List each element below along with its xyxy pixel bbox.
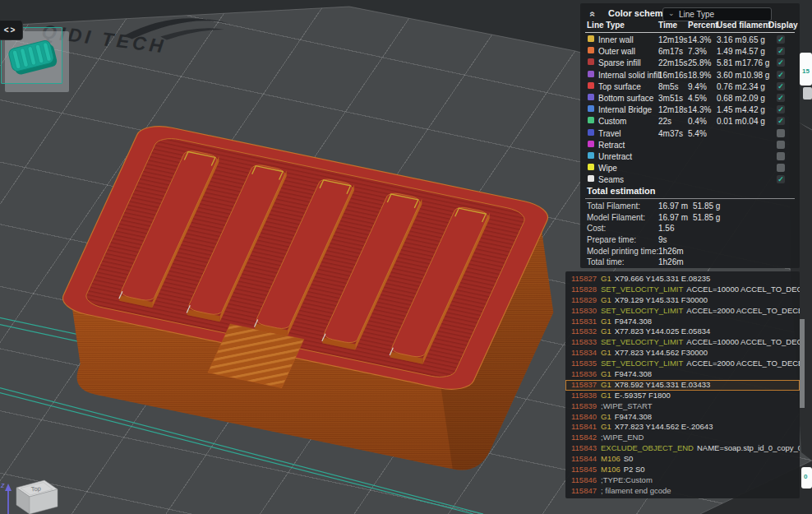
gcode-command: G1 [601, 422, 611, 431]
gcode-line[interactable]: 115839;WIPE_START [565, 401, 800, 412]
filament-weight: 10.98 g [742, 71, 769, 80]
filament-length: 3.16 m [717, 35, 742, 44]
line-type-label: Top surface [598, 82, 641, 91]
time-value: 8m5s [658, 82, 678, 91]
panel-collapse-icon[interactable]: « [587, 12, 598, 17]
legend-row: Bottom surface3m51s4.5%0.68 m2.09 g✓ [580, 93, 800, 104]
line-type-swatch [588, 35, 594, 42]
percent-value: 4.5% [688, 94, 707, 103]
estimation-value: 1h26m [658, 257, 684, 266]
soap-dish-model [44, 122, 553, 470]
gcode-line[interactable]: 115827G1X79.666 Y145.331 E.08235 [565, 274, 800, 285]
gcode-args: NAME=soap.stp_id_0_copy_0 [697, 443, 800, 452]
gcode-line[interactable]: 115837G1X78.592 Y145.331 E.03433 [565, 380, 800, 391]
line-type-swatch [588, 141, 594, 147]
line-type-swatch [588, 71, 594, 77]
gcode-line[interactable]: 115840G1F9474.308 [565, 412, 800, 423]
gcode-line[interactable]: 115834G1X77.823 Y144.562 F30000 [565, 348, 800, 359]
chevron-down-icon: ⌄ [668, 9, 675, 17]
line-type-swatch [588, 105, 594, 112]
line-type-swatch [588, 175, 594, 182]
line-type-label: Inner wall [598, 35, 634, 44]
view-cube[interactable]: z Top [0, 473, 69, 514]
gcode-line[interactable]: 115830SET_VELOCITY_LIMITACCEL=2000 ACCEL… [565, 306, 800, 317]
panel-title: Color scheme [608, 8, 668, 18]
z-axis-arrow [5, 484, 12, 491]
gcode-command: SET_VELOCITY_LIMIT [601, 285, 683, 294]
toggle-sidebar-button[interactable]: <> [0, 20, 23, 40]
filament-weight: 0.04 g [742, 117, 765, 126]
gcode-line[interactable]: 115843EXCLUDE_OBJECT_ENDNAME=soap.stp_id… [565, 443, 800, 454]
display-checkbox[interactable]: ✓ [777, 175, 785, 183]
estimation-row: Total time:1h26m [580, 257, 800, 268]
estimation-label: Cost: [587, 224, 606, 233]
gcode-line[interactable]: 115836G1F9474.308 [565, 369, 800, 380]
gcode-line-number: 115832 [571, 326, 601, 336]
gcode-line[interactable]: 115844M106S0 [565, 454, 800, 465]
estimation-value: 16.97 m [658, 201, 688, 211]
percent-value: 18.9% [688, 71, 711, 80]
gcode-command: G1 [601, 326, 611, 336]
gcode-line-number: 115842 [571, 433, 601, 442]
gcode-args: F9474.308 [615, 317, 652, 326]
estimation-row: Cost:1.56 [580, 223, 800, 234]
display-checkbox[interactable]: ✓ [777, 58, 785, 67]
gcode-line-number: 115841 [571, 422, 601, 431]
estimation-label: Prepare time: [587, 235, 636, 244]
estimation-value: 1.56 [658, 224, 674, 233]
gcode-line[interactable]: 115833SET_VELOCITY_LIMITACCEL=10000 ACCE… [565, 337, 800, 348]
filament-length: 0.01 m [717, 117, 742, 126]
gcode-line[interactable]: 115829G1X79.129 Y145.331 F30000 [565, 295, 800, 306]
estimation-row: Model printing time:1h26m [580, 246, 800, 257]
gcode-command: G1 [601, 295, 611, 304]
filament-length: 0.68 m [717, 94, 742, 103]
gcode-args: F9474.308 [615, 412, 652, 421]
display-checkbox[interactable] [777, 164, 785, 172]
svg-text:z: z [0, 481, 5, 489]
gcode-line[interactable]: 115831G1F9474.308 [565, 317, 800, 327]
gcode-line-number: 115846 [571, 475, 601, 484]
display-checkbox[interactable] [777, 141, 785, 149]
gcode-line[interactable]: 115847; filament end gcode [565, 486, 800, 497]
gcode-line[interactable]: 115842;WIPE_END [565, 433, 800, 443]
legend-row: Retract [580, 140, 800, 151]
display-checkbox[interactable]: ✓ [777, 105, 785, 113]
plate-edge-highlight [800, 319, 805, 408]
display-checkbox[interactable]: ✓ [777, 94, 785, 102]
gcode-line[interactable]: 115846;TYPE:Custom [565, 475, 800, 486]
divider [585, 198, 795, 199]
filament-length: 3.60 m [717, 71, 742, 80]
display-checkbox[interactable]: ✓ [777, 71, 785, 79]
gcode-line-number: 115837 [571, 380, 601, 389]
gcode-line[interactable]: 115828SET_VELOCITY_LIMITACCEL=10000 ACCE… [565, 285, 800, 295]
legend-rows: Inner wall12m19s14.3%3.16 m9.65 g✓Outer … [580, 35, 800, 186]
gcode-line[interactable]: 115832G1X77.823 Y144.025 E.05834 [565, 326, 800, 337]
gcode-args: ;WIPE_END [601, 433, 644, 442]
filament-weight: 4.57 g [742, 47, 765, 56]
gcode-args: ACCEL=2000 ACCEL_TO_DECEL=1000 [686, 306, 800, 315]
percent-value: 7.3% [688, 47, 707, 56]
gcode-line[interactable]: 115841G1X77.823 Y144.562 E-.20643 [565, 422, 800, 433]
display-checkbox[interactable] [777, 152, 785, 160]
total-estimation-title: Total estimation [587, 186, 656, 196]
estimation-value-2: 51.85 g [693, 201, 720, 211]
display-checkbox[interactable]: ✓ [777, 117, 785, 125]
gcode-command: G1 [601, 274, 611, 283]
display-checkbox[interactable] [777, 129, 785, 137]
display-checkbox[interactable]: ✓ [777, 82, 785, 90]
legend-row: Wipe [580, 163, 800, 174]
gcode-line-number: 115829 [571, 295, 601, 304]
line-type-swatch [588, 58, 594, 65]
gcode-line[interactable]: 115845M106P2 S0 [565, 465, 800, 475]
gcode-line-number: 115830 [571, 306, 601, 315]
gcode-line-number: 115836 [571, 369, 601, 378]
gcode-line[interactable]: 115838G1E-.59357 F1800 [565, 391, 800, 401]
filament-length: 0.76 m [717, 82, 742, 91]
filament-length: 1.45 m [717, 105, 742, 114]
time-value: 4m37s [658, 129, 683, 138]
display-checkbox[interactable]: ✓ [777, 35, 785, 44]
display-checkbox[interactable]: ✓ [777, 47, 785, 55]
gcode-line[interactable]: 115835SET_VELOCITY_LIMITACCEL=2000 ACCEL… [565, 359, 800, 369]
color-scheme-dropdown[interactable]: ⌄ Line Type [662, 7, 772, 21]
layer-slider-handle[interactable] [803, 87, 812, 100]
